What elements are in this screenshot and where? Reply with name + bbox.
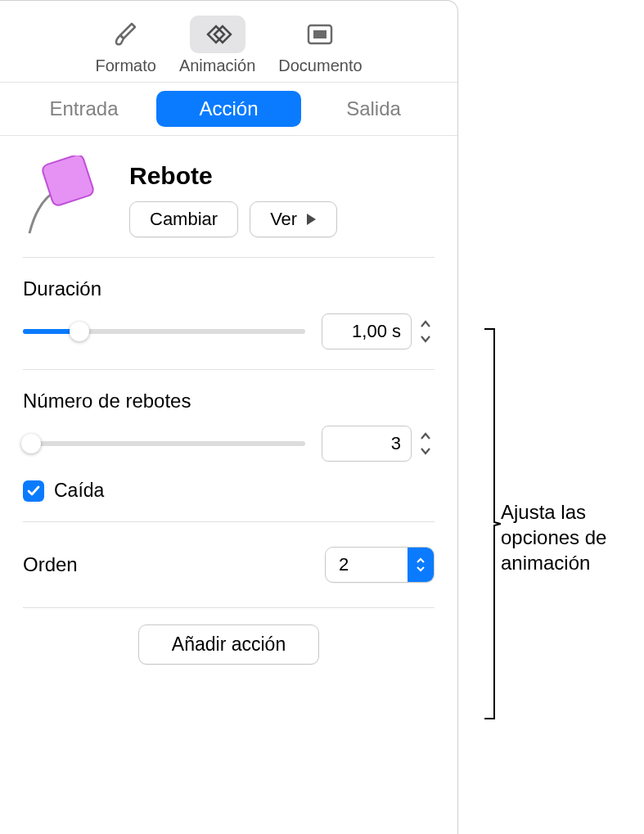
- preview-label: Ver: [270, 209, 297, 230]
- effect-name: Rebote: [129, 162, 337, 190]
- bounces-stepper[interactable]: [417, 429, 435, 458]
- duration-section: Duración 1,00 s: [23, 258, 435, 369]
- stepper-down-icon[interactable]: [417, 444, 435, 458]
- order-label: Orden: [23, 553, 78, 576]
- change-effect-button[interactable]: Cambiar: [129, 201, 238, 237]
- fall-label: Caída: [54, 480, 104, 502]
- add-action-button[interactable]: Añadir acción: [138, 624, 319, 665]
- tab-action[interactable]: Acción: [156, 91, 301, 127]
- duration-field[interactable]: 1,00 s: [322, 313, 412, 349]
- animation-icon: [200, 21, 236, 47]
- bounces-field[interactable]: 3: [322, 426, 412, 462]
- svg-rect-2: [41, 156, 95, 207]
- animation-phase-tabs: Entrada Acción Salida: [0, 82, 457, 136]
- play-icon: [305, 213, 317, 226]
- stepper-up-icon[interactable]: [417, 317, 435, 331]
- document-tab-button[interactable]: Documento: [273, 16, 367, 75]
- effect-header: Rebote Cambiar Ver: [23, 156, 435, 257]
- bounces-label: Número de rebotes: [23, 390, 435, 412]
- duration-label: Duración: [23, 277, 435, 300]
- callout-text: Ajusta las opciones de animación: [501, 499, 640, 576]
- stepper-down-icon[interactable]: [417, 331, 435, 346]
- preview-button[interactable]: Ver: [250, 201, 337, 237]
- bounces-slider[interactable]: [23, 434, 305, 453]
- stepper-up-icon[interactable]: [417, 429, 435, 444]
- checkmark-icon: [26, 484, 41, 498]
- duration-stepper[interactable]: [417, 317, 435, 346]
- order-section: Orden 2: [23, 522, 435, 607]
- format-tab-label: Formato: [95, 56, 155, 75]
- order-select[interactable]: 2: [325, 547, 435, 583]
- paintbrush-icon: [112, 20, 140, 48]
- tab-build-out[interactable]: Salida: [301, 91, 446, 127]
- svg-rect-1: [313, 30, 327, 38]
- animation-tab-button[interactable]: Animación: [174, 16, 260, 75]
- tab-build-in[interactable]: Entrada: [11, 91, 156, 127]
- duration-slider[interactable]: [23, 322, 305, 341]
- bracket-icon: [484, 327, 501, 720]
- order-value: 2: [326, 548, 408, 582]
- document-tab-label: Documento: [278, 56, 362, 75]
- document-icon: [305, 22, 335, 47]
- inspector-toolbar: Formato Animación Documento: [0, 1, 457, 82]
- bounces-section: Número de rebotes 3: [23, 370, 435, 521]
- format-tab-button[interactable]: Formato: [90, 16, 160, 75]
- bounce-effect-icon: [23, 156, 113, 237]
- animation-tab-label: Animación: [179, 56, 255, 75]
- select-arrows-icon: [408, 548, 434, 582]
- fall-checkbox[interactable]: [23, 480, 44, 502]
